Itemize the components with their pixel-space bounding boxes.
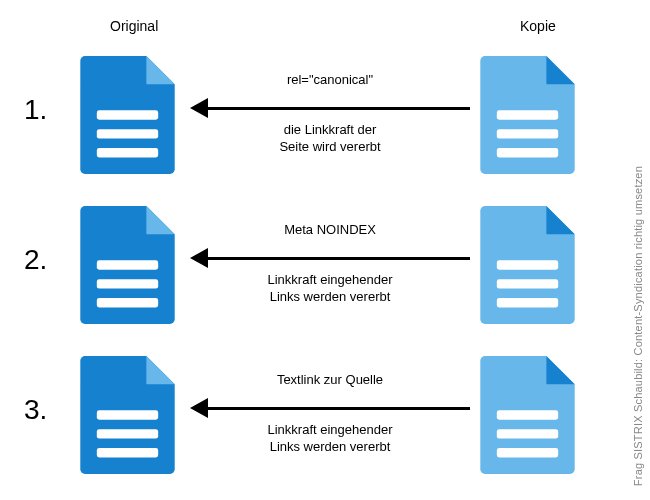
arrow-bottom-label: Linkkraft eingehender Links werden verer…: [190, 422, 470, 456]
document-icon: [480, 206, 575, 324]
row-1: 1. rel="canonical" die Linkkraft der Sei…: [0, 44, 650, 194]
svg-rect-15: [497, 410, 558, 419]
attribution-text: Frag SISTRIX Schaubild: Content-Syndicat…: [632, 166, 644, 486]
svg-rect-14: [97, 448, 158, 457]
header-kopie: Kopie: [520, 18, 556, 34]
arrow-zone: rel="canonical" die Linkkraft der Seite …: [190, 54, 470, 174]
svg-rect-11: [497, 298, 558, 307]
arrow-top-label: Textlink zur Quelle: [190, 372, 470, 387]
arrow-bottom-label: die Linkkraft der Seite wird vererbt: [190, 122, 470, 156]
svg-rect-12: [97, 410, 158, 419]
svg-rect-6: [97, 260, 158, 269]
rows-group: 1. rel="canonical" die Linkkraft der Sei…: [0, 44, 650, 494]
document-icon: [80, 356, 175, 474]
svg-rect-13: [97, 429, 158, 438]
header-original: Original: [110, 18, 158, 34]
diagram-container: Original Kopie 1. rel="canonical" die Li…: [0, 0, 650, 500]
svg-rect-10: [497, 279, 558, 288]
arrow-top-label: rel="canonical": [190, 72, 470, 87]
document-icon: [80, 56, 175, 174]
row-3: 3. Textlink zur Quelle Linkkraft eingehe…: [0, 344, 650, 494]
svg-rect-7: [97, 279, 158, 288]
row-2: 2. Meta NOINDEX Linkkraft eingehender Li…: [0, 194, 650, 344]
svg-rect-8: [97, 298, 158, 307]
arrow-left-icon: [190, 254, 470, 262]
arrow-zone: Meta NOINDEX Linkkraft eingehender Links…: [190, 204, 470, 324]
document-icon: [480, 356, 575, 474]
svg-rect-5: [497, 148, 558, 157]
arrow-zone: Textlink zur Quelle Linkkraft eingehende…: [190, 354, 470, 474]
arrow-bottom-label: Linkkraft eingehender Links werden verer…: [190, 272, 470, 306]
svg-rect-16: [497, 429, 558, 438]
arrow-top-label: Meta NOINDEX: [190, 222, 470, 237]
svg-rect-0: [97, 110, 158, 119]
svg-rect-2: [97, 148, 158, 157]
svg-rect-9: [497, 260, 558, 269]
arrow-left-icon: [190, 404, 470, 412]
svg-rect-3: [497, 110, 558, 119]
svg-rect-17: [497, 448, 558, 457]
document-icon: [80, 206, 175, 324]
document-icon: [480, 56, 575, 174]
arrow-left-icon: [190, 104, 470, 112]
row-number: 2.: [24, 244, 47, 276]
row-number: 3.: [24, 394, 47, 426]
svg-rect-1: [97, 129, 158, 138]
svg-rect-4: [497, 129, 558, 138]
row-number: 1.: [24, 94, 47, 126]
